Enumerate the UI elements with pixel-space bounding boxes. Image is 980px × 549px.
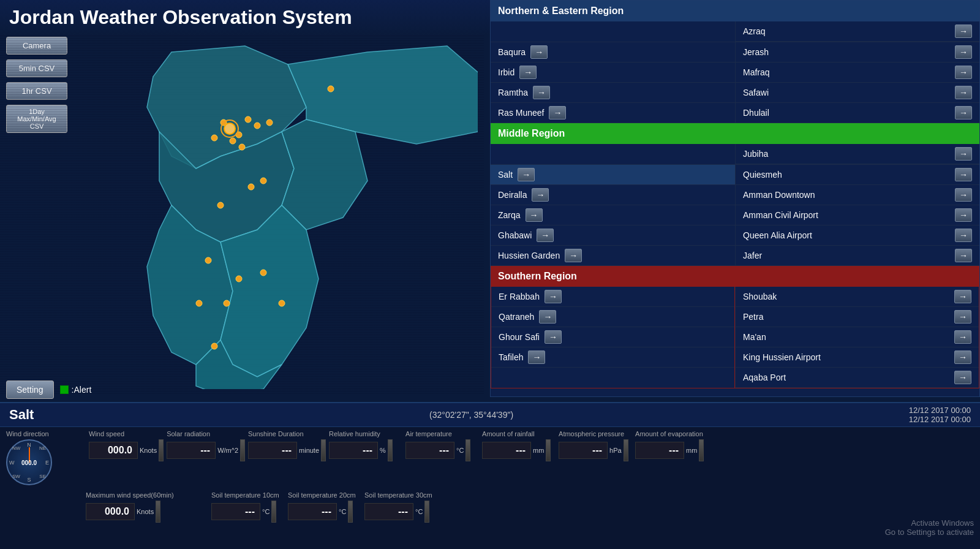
azraq-label: Azraq xyxy=(743,26,766,36)
queen-alia-airport-arrow[interactable] xyxy=(955,229,972,242)
shoubak-row[interactable]: Shoubak xyxy=(735,287,979,307)
amman-downtown-arrow[interactable] xyxy=(955,188,972,202)
solar-radiation-value: --- xyxy=(167,442,216,459)
er-rabbah-row[interactable]: Er Rabbah xyxy=(491,287,734,307)
ghabawi-arrow[interactable] xyxy=(537,229,554,242)
deiralla-arrow[interactable] xyxy=(532,188,549,202)
qatraneh-arrow[interactable] xyxy=(539,310,556,324)
rainfall-value-box: --- mm xyxy=(482,439,551,461)
petra-row[interactable]: Petra xyxy=(735,307,979,327)
compass-ne: NE xyxy=(39,445,46,451)
map-area xyxy=(0,34,484,395)
svg-point-13 xyxy=(239,144,245,150)
azraq-row[interactable]: Azraq xyxy=(735,21,979,42)
er-rabbah-arrow[interactable] xyxy=(545,290,562,303)
air-temperature-bar xyxy=(466,439,470,461)
sunshine-duration-bar xyxy=(321,439,326,461)
date2: 12/12 2017 00:00 xyxy=(909,415,971,424)
amman-civil-airport-row[interactable]: Amman Civil Airport xyxy=(735,205,979,225)
king-hussien-airport-arrow[interactable] xyxy=(954,350,971,364)
middle-region-header: Middle Region xyxy=(491,123,979,144)
tafileh-arrow[interactable] xyxy=(528,350,545,364)
quiesmeh-arrow[interactable] xyxy=(955,168,972,181)
hussien-garden-row[interactable]: Hussien Garden xyxy=(491,246,735,266)
ghour-safi-arrow[interactable] xyxy=(545,330,562,344)
svg-point-21 xyxy=(260,178,266,184)
amman-downtown-row[interactable]: Amman Downtown xyxy=(735,185,979,205)
irbid-label: Irbid xyxy=(498,67,514,77)
zarqa-row[interactable]: Zarqa xyxy=(491,205,735,225)
jafer-arrow[interactable] xyxy=(955,249,972,262)
irbid-row[interactable]: Irbid xyxy=(491,62,735,83)
southern-region-header: Southern Region xyxy=(491,266,979,287)
svg-point-24 xyxy=(224,300,230,306)
svg-marker-3 xyxy=(282,119,368,230)
hussien-garden-arrow[interactable] xyxy=(565,249,582,262)
quiesmeh-row[interactable]: Quiesmeh xyxy=(735,165,979,185)
jubiha-arrow[interactable] xyxy=(955,147,972,161)
jubiha-row[interactable]: Jubiha xyxy=(735,144,979,164)
ras-muneef-arrow[interactable] xyxy=(549,106,566,119)
tafileh-row[interactable]: Tafileh xyxy=(491,347,734,368)
sunshine-duration-unit: minute xyxy=(299,447,319,454)
svg-point-22 xyxy=(205,257,211,263)
baqura-row[interactable]: Baqura xyxy=(491,42,735,62)
soil-temp-20-label: Soil temperature 20cm xyxy=(288,491,356,499)
svg-point-25 xyxy=(260,270,266,276)
sunshine-duration-value: --- xyxy=(248,442,297,459)
shoubak-arrow[interactable] xyxy=(954,290,971,303)
jerash-row[interactable]: Jerash xyxy=(735,42,979,62)
aqaba-port-row[interactable]: Aqaba Port xyxy=(735,368,979,388)
sunshine-duration-value-box: --- minute xyxy=(248,439,326,461)
petra-arrow[interactable] xyxy=(954,310,971,324)
ras-muneef-row[interactable]: Ras Muneef xyxy=(491,103,735,123)
maan-row[interactable]: Ma'an xyxy=(735,327,979,347)
evaporation-value-box: --- mm xyxy=(635,439,704,461)
svg-point-12 xyxy=(230,138,236,144)
mafraq-label: Mafraq xyxy=(743,67,770,77)
sunshine-duration-label: Sunshine Duration xyxy=(248,430,304,437)
setting-button[interactable]: Setting xyxy=(6,381,54,399)
dhulail-arrow[interactable] xyxy=(955,106,972,119)
queen-alia-airport-row[interactable]: Queen Alia Airport xyxy=(735,225,979,246)
qatraneh-row[interactable]: Qatraneh xyxy=(491,307,734,327)
ramtha-arrow[interactable] xyxy=(533,86,550,99)
mafraq-arrow[interactable] xyxy=(955,66,972,79)
wind-speed-label: Wind speed xyxy=(89,430,124,437)
relative-humidity-value-box: --- % xyxy=(329,439,393,461)
ramtha-row[interactable]: Ramtha xyxy=(491,83,735,103)
safawi-row[interactable]: Safawi xyxy=(735,83,979,103)
amman-civil-airport-arrow[interactable] xyxy=(955,208,972,222)
salt-row[interactable]: Salt xyxy=(491,165,735,185)
deiralla-row[interactable]: Deiralla xyxy=(491,185,735,205)
safawi-arrow[interactable] xyxy=(955,86,972,99)
soil-temp-10-value: --- xyxy=(211,503,260,520)
mafraq-row[interactable]: Mafraq xyxy=(735,62,979,83)
dhulail-row[interactable]: Dhulail xyxy=(735,103,979,123)
metrics-row1: Wind direction N S E W NE NW SE SW xyxy=(0,427,980,488)
azraq-arrow[interactable] xyxy=(955,25,972,38)
amman-civil-airport-label: Amman Civil Airport xyxy=(743,210,818,220)
ghour-safi-row[interactable]: Ghour Safi xyxy=(491,327,734,347)
relative-humidity-unit: % xyxy=(380,447,386,454)
relative-humidity-label: Relative humidity xyxy=(329,430,380,437)
jubiha-label: Jubiha xyxy=(743,149,768,159)
king-hussien-airport-row[interactable]: King Hussien Airport xyxy=(735,347,979,368)
irbid-arrow[interactable] xyxy=(519,66,537,79)
jerash-arrow[interactable] xyxy=(955,45,972,59)
tafileh-label: Tafileh xyxy=(499,352,523,362)
wind-speed-value-box: 000.0 Knots xyxy=(89,439,164,461)
maan-arrow[interactable] xyxy=(954,330,971,344)
max-wind-speed-block: Maximum wind speed(60min) 000.0 Knots xyxy=(86,491,208,523)
svg-point-19 xyxy=(248,184,254,190)
jafer-row[interactable]: Jafer xyxy=(735,246,979,266)
ghabawi-row[interactable]: Ghabawi xyxy=(491,225,735,246)
wind-speed-value: 000.0 xyxy=(89,442,138,459)
svg-point-15 xyxy=(266,119,273,126)
zarqa-arrow[interactable] xyxy=(526,208,543,222)
salt-arrow[interactable] xyxy=(518,168,535,181)
petra-label: Petra xyxy=(743,312,763,322)
baqura-arrow[interactable] xyxy=(530,45,548,59)
aqaba-port-arrow[interactable] xyxy=(954,371,971,384)
jordan-map-svg xyxy=(49,34,478,389)
